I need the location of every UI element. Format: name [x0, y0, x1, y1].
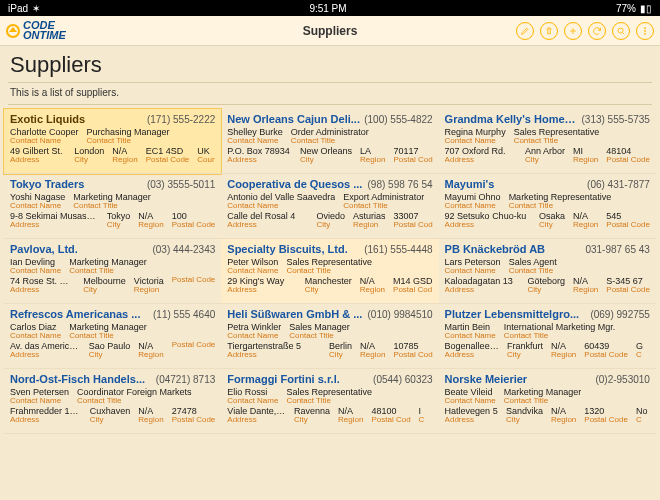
home-icon[interactable] — [6, 24, 20, 38]
company-phone: (171) 555-2222 — [147, 114, 215, 125]
supplier-card[interactable]: Nord-Ost-Fisch Handels... (04721) 8713 S… — [4, 369, 221, 434]
company-phone: (069) 992755 — [590, 309, 650, 320]
company-phone: (100) 555-4822 — [364, 114, 432, 125]
company-name: Specialty Biscuits, Ltd. — [227, 243, 347, 255]
company-name: Nord-Ost-Fisch Handels... — [10, 373, 145, 385]
search-button[interactable] — [612, 22, 630, 40]
add-button[interactable] — [564, 22, 582, 40]
company-name: Tokyo Traders — [10, 178, 84, 190]
menu-button[interactable] — [636, 22, 654, 40]
clock: 9:51 PM — [309, 3, 346, 14]
app-logo[interactable]: CODEONTIME — [6, 21, 66, 41]
supplier-card[interactable]: Grandma Kelly's Homes... (313) 555-5735 … — [439, 109, 656, 174]
company-name: Pavlova, Ltd. — [10, 243, 78, 255]
device-label: iPad — [8, 3, 28, 14]
delete-button[interactable] — [540, 22, 558, 40]
company-name: Cooperativa de Quesos ... — [227, 178, 362, 190]
supplier-card[interactable]: Exotic Liquids (171) 555-2222 Charlotte … — [4, 109, 221, 174]
subtitle: This is a list of suppliers. — [0, 87, 660, 104]
supplier-card[interactable]: Plutzer Lebensmittelgro... (069) 992755 … — [439, 304, 656, 369]
battery-pct: 77% — [616, 3, 636, 14]
supplier-card[interactable]: Heli Süßwaren GmbH & ... (010) 9984510 P… — [221, 304, 438, 369]
company-name: Formaggi Fortini s.r.l. — [227, 373, 339, 385]
svg-point-3 — [644, 33, 645, 34]
svg-point-2 — [644, 30, 645, 31]
toolbar — [516, 22, 654, 40]
brand-text: CODEONTIME — [23, 21, 66, 41]
svg-point-1 — [644, 27, 645, 28]
app-bar: CODEONTIME Suppliers — [0, 16, 660, 46]
company-name: Mayumi's — [445, 178, 495, 190]
divider — [8, 82, 652, 83]
company-name: Refrescos Americanas ... — [10, 308, 140, 320]
refresh-button[interactable] — [588, 22, 606, 40]
company-name: New Orleans Cajun Deli... — [227, 113, 360, 125]
wifi-icon: ✶ — [32, 3, 40, 14]
supplier-card[interactable]: Tokyo Traders (03) 3555-5011 Yoshi Nagas… — [4, 174, 221, 239]
supplier-card[interactable]: Mayumi's (06) 431-7877 Mayumi OhnoContac… — [439, 174, 656, 239]
company-name: PB Knäckebröd AB — [445, 243, 545, 255]
company-phone: (161) 555-4448 — [364, 244, 432, 255]
company-phone: (0)2-953010 — [595, 374, 649, 385]
company-phone: (313) 555-5735 — [582, 114, 650, 125]
divider — [8, 104, 652, 105]
supplier-card[interactable]: Cooperativa de Quesos ... (98) 598 76 54… — [221, 174, 438, 239]
svg-point-0 — [618, 28, 623, 33]
page-title: Suppliers — [0, 46, 660, 82]
supplier-card[interactable]: Pavlova, Ltd. (03) 444-2343 Ian DevlingC… — [4, 239, 221, 304]
suppliers-grid: Exotic Liquids (171) 555-2222 Charlotte … — [0, 109, 660, 434]
company-phone: (03) 3555-5011 — [147, 179, 215, 190]
company-name: Grandma Kelly's Homes... — [445, 113, 578, 125]
company-phone: (0544) 60323 — [373, 374, 433, 385]
company-phone: (11) 555 4640 — [153, 309, 215, 320]
edit-button[interactable] — [516, 22, 534, 40]
company-name: Exotic Liquids — [10, 113, 85, 125]
company-phone: (010) 9984510 — [368, 309, 433, 320]
company-phone: (98) 598 76 54 — [368, 179, 433, 190]
status-bar: iPad ✶ 9:51 PM 77% ▮▯ — [0, 0, 660, 16]
company-name: Plutzer Lebensmittelgro... — [445, 308, 579, 320]
supplier-card[interactable]: Refrescos Americanas ... (11) 555 4640 C… — [4, 304, 221, 369]
supplier-card[interactable]: PB Knäckebröd AB 031-987 65 43 Lars Pete… — [439, 239, 656, 304]
company-phone: (03) 444-2343 — [152, 244, 215, 255]
company-name: Norske Meierier — [445, 373, 528, 385]
supplier-card[interactable]: Specialty Biscuits, Ltd. (161) 555-4448 … — [221, 239, 438, 304]
supplier-card[interactable]: Norske Meierier (0)2-953010 Beate Vileid… — [439, 369, 656, 434]
supplier-card[interactable]: New Orleans Cajun Deli... (100) 555-4822… — [221, 109, 438, 174]
company-phone: (06) 431-7877 — [587, 179, 650, 190]
company-phone: 031-987 65 43 — [585, 244, 650, 255]
company-phone: (04721) 8713 — [156, 374, 216, 385]
company-name: Heli Süßwaren GmbH & ... — [227, 308, 362, 320]
battery-icon: ▮▯ — [640, 3, 652, 14]
supplier-card[interactable]: Formaggi Fortini s.r.l. (0544) 60323 Eli… — [221, 369, 438, 434]
